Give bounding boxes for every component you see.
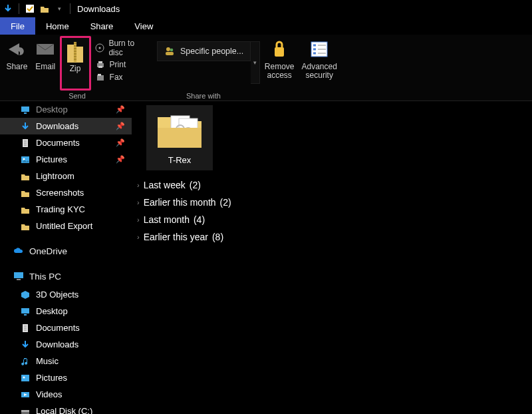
zip-icon bbox=[65, 41, 86, 62]
separator bbox=[19, 3, 19, 14]
thispc-icon bbox=[13, 271, 24, 282]
svg-rect-0 bbox=[26, 5, 34, 13]
group-last-month[interactable]: › Last month (4) bbox=[137, 214, 532, 225]
print-icon bbox=[95, 59, 106, 70]
sidebar-item-3dobjects[interactable]: 3D Objects bbox=[0, 286, 132, 303]
folder-icon bbox=[20, 204, 31, 215]
people-icon bbox=[164, 46, 175, 57]
sidebar-item-downloads[interactable]: Downloads bbox=[0, 336, 132, 353]
share-button[interactable]: Share bbox=[3, 36, 31, 91]
sidebar-item-desktop[interactable]: Desktop bbox=[0, 303, 132, 319]
share-icon bbox=[6, 39, 27, 60]
chevron-right-icon: › bbox=[137, 181, 140, 189]
sidebar-item-localdisk-c[interactable]: Local Disk (C:) bbox=[0, 403, 132, 414]
document-icon bbox=[20, 323, 31, 333]
chevron-right-icon: › bbox=[137, 216, 140, 224]
chevron-right-icon: › bbox=[137, 198, 140, 206]
svg-rect-16 bbox=[24, 112, 27, 114]
sidebar-item-thispc[interactable]: This PC bbox=[0, 266, 132, 286]
sidebar-item-untitledexport[interactable]: Untitled Export bbox=[0, 218, 132, 234]
pictures-icon bbox=[20, 154, 31, 165]
svg-rect-25 bbox=[21, 375, 29, 381]
nav-sidebar[interactable]: Desktop 📌 Downloads 📌 Documents 📌 Pictur… bbox=[0, 101, 132, 414]
separator bbox=[70, 3, 70, 14]
sidebar-item-pictures[interactable]: Pictures bbox=[0, 369, 132, 386]
pin-icon: 📌 bbox=[116, 105, 125, 114]
group-earlier-this-year[interactable]: › Earlier this year (8) bbox=[137, 232, 532, 242]
sidebar-item-onedrive[interactable]: OneDrive bbox=[0, 241, 132, 261]
svg-rect-23 bbox=[24, 314, 27, 315]
onedrive-icon bbox=[13, 246, 24, 256]
group-last-week[interactable]: › Last week (2) bbox=[137, 180, 532, 190]
drive-icon bbox=[20, 406, 31, 415]
ribbon-group-sharewith: Specific people... ▾ Removeaccess Advanc… bbox=[154, 35, 532, 101]
ribbon: Share Email Zip Burn to disc bbox=[0, 35, 532, 101]
folder-item[interactable]: T-Rex bbox=[146, 105, 213, 170]
burn-to-disc-button[interactable]: Burn to disc bbox=[95, 39, 148, 57]
zip-button[interactable]: Zip bbox=[60, 36, 91, 91]
download-icon bbox=[20, 121, 31, 132]
folder-name: T-Rex bbox=[149, 155, 210, 165]
sidebar-item-tradingkyc[interactable]: Trading KYC bbox=[0, 201, 132, 218]
advanced-security-button[interactable]: Advancedsecurity bbox=[299, 36, 340, 91]
sharewith-gallery-dropdown[interactable]: ▾ bbox=[251, 41, 260, 84]
ribbon-tabs: File Home Share View bbox=[0, 17, 532, 35]
group-label-sharewith: Share with bbox=[157, 91, 529, 101]
chevron-right-icon: › bbox=[137, 233, 140, 241]
sidebar-item-documents[interactable]: Documents bbox=[0, 319, 132, 336]
pin-icon: 📌 bbox=[116, 155, 125, 164]
group-label-send: Send bbox=[3, 91, 152, 101]
specific-people-button[interactable]: Specific people... bbox=[157, 41, 251, 61]
sidebar-item-music[interactable]: Music bbox=[0, 353, 132, 369]
sidebar-item-desktop-qa[interactable]: Desktop 📌 bbox=[0, 101, 132, 118]
svg-rect-6 bbox=[98, 61, 102, 63]
sidebar-item-documents-qa[interactable]: Documents 📌 bbox=[0, 134, 132, 151]
tab-share[interactable]: Share bbox=[80, 17, 124, 35]
content-pane[interactable]: T-Rex › Last week (2) › Earlier this mon… bbox=[132, 101, 532, 414]
svg-rect-20 bbox=[14, 272, 23, 278]
checklist-icon bbox=[309, 39, 330, 60]
pictures-icon bbox=[20, 373, 31, 383]
svg-rect-21 bbox=[17, 279, 21, 280]
ribbon-group-send: Share Email Zip Burn to disc bbox=[0, 35, 154, 101]
pin-icon: 📌 bbox=[116, 138, 125, 147]
tab-view[interactable]: View bbox=[124, 17, 164, 35]
svg-point-10 bbox=[166, 47, 170, 51]
svg-rect-29 bbox=[21, 412, 29, 414]
email-button[interactable]: Email bbox=[31, 36, 60, 91]
3dobjects-icon bbox=[20, 290, 31, 300]
folder-large-icon bbox=[154, 142, 205, 152]
fax-button[interactable]: Fax bbox=[95, 72, 148, 83]
tab-file[interactable]: File bbox=[0, 17, 35, 35]
remove-access-button[interactable]: Removeaccess bbox=[260, 36, 299, 91]
tab-home[interactable]: Home bbox=[35, 17, 80, 35]
desktop-icon bbox=[20, 306, 31, 317]
group-earlier-this-month[interactable]: › Earlier this month (2) bbox=[137, 197, 532, 208]
music-icon bbox=[20, 356, 31, 367]
pin-icon: 📌 bbox=[116, 122, 125, 130]
svg-rect-9 bbox=[98, 74, 101, 76]
folder-icon bbox=[20, 171, 31, 182]
folder-icon bbox=[20, 221, 31, 232]
document-icon bbox=[20, 138, 31, 148]
qa-dropdown-icon[interactable]: ▾ bbox=[54, 3, 65, 14]
fax-icon bbox=[95, 72, 106, 83]
download-arrow-icon bbox=[3, 3, 13, 14]
sidebar-item-screenshots[interactable]: Screenshots bbox=[0, 184, 132, 201]
videos-icon bbox=[20, 389, 31, 400]
svg-rect-12 bbox=[166, 52, 174, 55]
sidebar-item-pictures-qa[interactable]: Pictures 📌 bbox=[0, 151, 132, 168]
svg-point-26 bbox=[23, 376, 25, 378]
svg-point-4 bbox=[98, 47, 100, 49]
folder-icon bbox=[20, 188, 31, 198]
svg-rect-13 bbox=[275, 47, 284, 57]
lock-icon bbox=[269, 39, 290, 60]
sidebar-item-lightroom[interactable]: Lightroom bbox=[0, 168, 132, 184]
qa-properties-icon[interactable] bbox=[25, 3, 35, 14]
svg-rect-7 bbox=[98, 66, 102, 68]
sidebar-item-downloads-qa[interactable]: Downloads 📌 bbox=[0, 118, 132, 134]
print-button[interactable]: Print bbox=[95, 59, 148, 70]
title-bar: ▾ Downloads bbox=[0, 0, 532, 17]
sidebar-item-videos[interactable]: Videos bbox=[0, 386, 132, 403]
qa-newfolder-icon[interactable] bbox=[39, 3, 50, 14]
